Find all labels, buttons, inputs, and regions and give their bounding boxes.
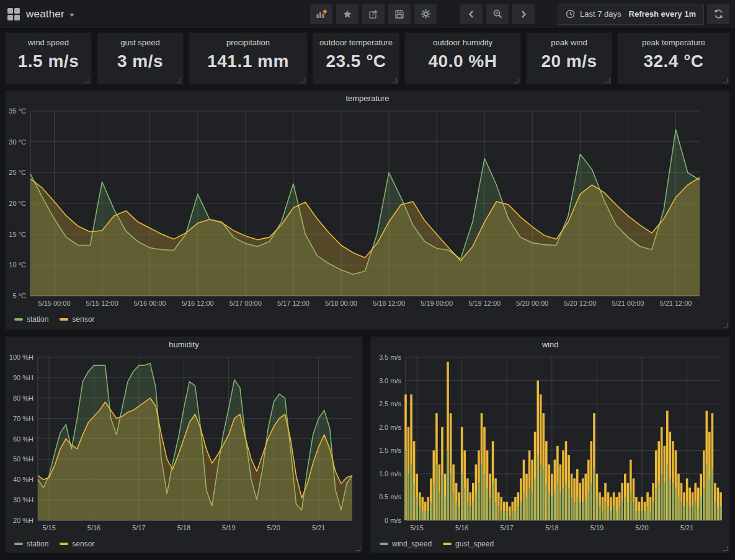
time-forward-button[interactable] xyxy=(512,4,535,25)
stat-panel-precipitation[interactable]: precipitation 141.1 mm xyxy=(189,32,308,85)
humidity-panel-title[interactable]: humidity xyxy=(8,337,360,352)
clock-icon xyxy=(566,9,575,19)
resize-handle[interactable] xyxy=(301,78,305,82)
svg-text:5/20: 5/20 xyxy=(635,524,648,531)
legend-item-gust_speed[interactable]: gust_speed xyxy=(443,540,494,548)
legend-swatch xyxy=(380,543,388,545)
svg-text:5/15: 5/15 xyxy=(410,524,423,531)
svg-text:5/20: 5/20 xyxy=(267,524,280,531)
svg-text:80 %H: 80 %H xyxy=(13,394,33,402)
svg-text:5/19 12:00: 5/19 12:00 xyxy=(468,300,501,307)
zoom-out-button[interactable] xyxy=(486,4,509,25)
stat-panel-outdoor-humidity[interactable]: outdoor humidity 40.0 %H xyxy=(404,32,521,85)
add-panel-button[interactable] xyxy=(310,4,333,25)
wind-panel-title[interactable]: wind xyxy=(373,337,727,352)
stat-panel-peak-wind[interactable]: peak wind 20 m/s xyxy=(526,32,612,85)
svg-text:2.0 m/s: 2.0 m/s xyxy=(379,424,402,431)
resize-handle[interactable] xyxy=(514,78,519,82)
legend-item-station[interactable]: station xyxy=(14,540,48,548)
svg-text:20 °C: 20 °C xyxy=(9,200,26,207)
time-back-button[interactable] xyxy=(460,4,483,25)
resize-handle[interactable] xyxy=(393,78,397,82)
svg-text:5/19 00:00: 5/19 00:00 xyxy=(421,300,453,307)
svg-text:5/17 00:00: 5/17 00:00 xyxy=(229,300,262,307)
chevron-right-icon xyxy=(519,10,528,19)
save-icon xyxy=(394,9,404,19)
svg-text:60 %H: 60 %H xyxy=(13,435,33,443)
resize-handle[interactable] xyxy=(605,78,610,82)
chevron-down-icon[interactable] xyxy=(69,14,74,17)
stat-title: peak wind xyxy=(551,38,587,47)
svg-text:5/21: 5/21 xyxy=(680,524,693,531)
singlestat-row: wind speed 1.5 m/s gust speed 3 m/s prec… xyxy=(5,32,730,85)
svg-text:35 °C: 35 °C xyxy=(9,107,26,115)
svg-text:5/16 12:00: 5/16 12:00 xyxy=(182,300,214,307)
legend-label: sensor xyxy=(72,540,94,548)
legend-label: sensor xyxy=(72,315,94,324)
svg-text:5/21: 5/21 xyxy=(312,524,325,531)
svg-text:2.5 m/s: 2.5 m/s xyxy=(379,400,402,407)
refresh-interval-label: Refresh every 1m xyxy=(629,9,696,19)
resize-handle[interactable] xyxy=(723,78,728,82)
svg-text:5/17: 5/17 xyxy=(501,524,514,531)
resize-handle[interactable] xyxy=(723,546,728,551)
legend-swatch xyxy=(443,543,452,545)
star-icon xyxy=(342,9,352,19)
legend-item-sensor[interactable]: sensor xyxy=(60,315,94,324)
star-button[interactable] xyxy=(336,4,359,25)
legend-label: station xyxy=(27,315,48,324)
resize-handle[interactable] xyxy=(177,78,181,82)
legend-swatch xyxy=(14,543,23,545)
svg-text:15 °C: 15 °C xyxy=(9,231,26,238)
svg-text:5/20 12:00: 5/20 12:00 xyxy=(564,300,596,307)
resize-handle[interactable] xyxy=(85,78,89,82)
svg-text:5/21 12:00: 5/21 12:00 xyxy=(659,300,692,307)
temperature-panel: temperature 35 °C30 °C25 °C20 °C15 °C10 … xyxy=(5,90,730,330)
share-button[interactable] xyxy=(362,4,385,25)
wind-legend: wind_speedgust_speed xyxy=(373,538,727,550)
svg-text:30 °C: 30 °C xyxy=(9,138,26,146)
stat-value: 40.0 %H xyxy=(429,51,497,71)
refresh-button[interactable] xyxy=(706,4,730,25)
legend-item-sensor[interactable]: sensor xyxy=(60,540,94,548)
temperature-legend: stationsensor xyxy=(8,313,727,326)
temperature-panel-title[interactable]: temperature xyxy=(8,91,727,106)
svg-text:3.5 m/s: 3.5 m/s xyxy=(379,353,402,361)
stat-title: outdoor temperature xyxy=(319,38,393,47)
grafana-logo-icon[interactable] xyxy=(7,8,20,20)
temperature-chart[interactable]: 35 °C30 °C25 °C20 °C15 °C10 °C5 °C5/15 0… xyxy=(8,106,727,311)
legend-label: gust_speed xyxy=(455,540,494,548)
stat-panel-peak-temperature[interactable]: peak temperature 32.4 °C xyxy=(617,32,730,85)
resize-handle[interactable] xyxy=(723,323,728,327)
wind-chart[interactable]: 3.5 m/s3.0 m/s2.5 m/s2.0 m/s1.5 m/s1.0 m… xyxy=(373,352,727,535)
gear-icon xyxy=(421,9,431,19)
resize-handle[interactable] xyxy=(356,546,360,551)
stat-value: 1.5 m/s xyxy=(18,51,79,71)
settings-button[interactable] xyxy=(414,4,437,25)
stat-panel-wind-speed[interactable]: wind speed 1.5 m/s xyxy=(5,32,92,85)
svg-text:30 %H: 30 %H xyxy=(13,496,33,504)
svg-text:5/18 12:00: 5/18 12:00 xyxy=(373,300,405,307)
svg-text:5/20 00:00: 5/20 00:00 xyxy=(516,300,548,307)
dashboard-title[interactable]: weather xyxy=(26,8,65,20)
svg-text:1.5 m/s: 1.5 m/s xyxy=(379,447,402,454)
time-picker[interactable]: Last 7 days Refresh every 1m xyxy=(558,4,704,25)
svg-text:5/21 00:00: 5/21 00:00 xyxy=(612,300,644,307)
stat-panel-gust-speed[interactable]: gust speed 3 m/s xyxy=(97,32,184,85)
svg-text:5/16: 5/16 xyxy=(455,524,468,531)
stat-panel-outdoor-temperature[interactable]: outdoor temperature 23.5 °C xyxy=(313,32,399,85)
save-button[interactable] xyxy=(388,4,411,25)
legend-item-station[interactable]: station xyxy=(14,315,48,324)
svg-text:5/18: 5/18 xyxy=(545,524,558,531)
humidity-chart[interactable]: 100 %H90 %H80 %H70 %H60 %H50 %H40 %H30 %… xyxy=(8,352,360,535)
legend-swatch xyxy=(60,318,68,321)
legend-item-wind_speed[interactable]: wind_speed xyxy=(380,540,432,548)
refresh-icon xyxy=(713,9,724,19)
stat-value: 32.4 °C xyxy=(643,51,703,71)
stat-title: peak temperature xyxy=(642,38,705,47)
svg-text:100 %H: 100 %H xyxy=(9,353,33,361)
stat-value: 141.1 mm xyxy=(207,51,289,71)
humidity-legend: stationsensor xyxy=(8,538,360,550)
navbar: weather xyxy=(0,0,735,29)
share-icon xyxy=(368,9,379,19)
